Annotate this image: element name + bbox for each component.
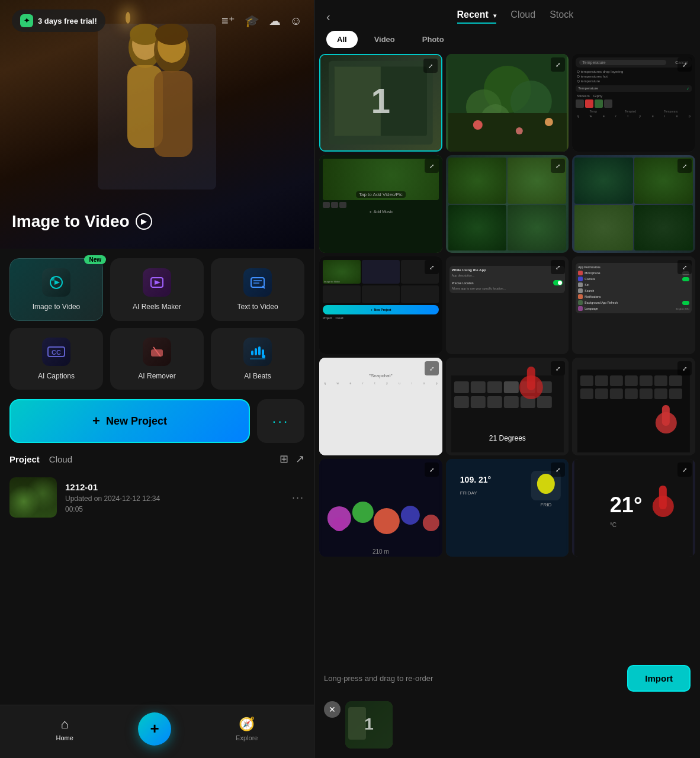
svg-point-37 — [515, 127, 522, 134]
svg-text:°C: °C — [610, 522, 616, 528]
trial-badge[interactable]: ✦ 3 days free trial! — [12, 9, 105, 32]
media-cell-13[interactable]: 210 m ⤢ — [319, 459, 442, 557]
nav-home[interactable]: ⌂ Home — [56, 717, 73, 741]
project-name: 1212-01 — [65, 482, 284, 492]
expand-icon-2: ⤢ — [551, 57, 565, 72]
svg-point-36 — [473, 120, 482, 130]
hat-icon[interactable]: 🎓 — [245, 14, 259, 28]
media-cell-11[interactable]: 21 Degrees ⤢ — [446, 358, 569, 455]
svg-text:FRID: FRID — [540, 502, 551, 508]
home-icon: ⌂ — [61, 717, 69, 732]
svg-rect-64 — [595, 388, 608, 399]
back-button[interactable]: ‹ — [326, 10, 330, 24]
hero-banner: ✦ 3 days free trial! ≡⁺ 🎓 ☁ ☺ Image to V… — [0, 0, 314, 249]
media-cell-2[interactable]: ⤢ — [446, 54, 569, 152]
tab-stock[interactable]: Stock — [550, 9, 573, 24]
bottom-bar: Long-press and drag to re-order Import — [314, 658, 700, 701]
right-nav-tabs: Recent ▾ Cloud Stock — [342, 9, 688, 24]
media-row-5: 210 m ⤢ 109. 21° FRIDAY FRID — [319, 459, 695, 557]
svg-rect-51 — [537, 396, 551, 408]
grid-view-icon[interactable]: ⊞ — [280, 452, 288, 465]
media-cell-14[interactable]: 109. 21° FRIDAY FRID ⤢ — [446, 459, 569, 557]
media-cell-8[interactable]: While Using the App App description... P… — [446, 256, 569, 354]
svg-rect-69 — [669, 388, 682, 399]
svg-text:FRIDAY: FRIDAY — [460, 490, 477, 496]
trial-icon: ✦ — [20, 14, 33, 27]
tool-label-text-to-video: Text to Video — [237, 303, 278, 311]
tool-image-to-video[interactable]: New Image to Video — [9, 258, 103, 321]
tool-label-ai-reels: AI Reels Maker — [133, 303, 181, 311]
expand-icon-8: ⤢ — [551, 260, 565, 274]
svg-text:CC: CC — [52, 349, 61, 356]
media-cell-5[interactable]: ⤢ — [446, 155, 569, 253]
svg-point-77 — [401, 506, 420, 525]
svg-rect-59 — [625, 375, 638, 386]
svg-rect-6 — [154, 71, 192, 157]
media-cell-15[interactable]: 21° °C ⤢ — [572, 459, 695, 557]
media-cell-3[interactable]: Temperature Cancel Q temperatures drop l… — [572, 54, 695, 152]
project-item[interactable]: 1212-01 Updated on 2024-12-12 12:34 00:0… — [9, 473, 304, 522]
tool-text-to-video[interactable]: Text to Video — [211, 258, 304, 321]
expand-icon-15: ⤢ — [677, 462, 692, 477]
nav-create-button[interactable]: + — [138, 712, 171, 746]
svg-rect-41 — [470, 381, 485, 393]
project-header: Project Cloud ⊞ ↗ — [9, 452, 304, 465]
project-more-button[interactable]: ··· — [292, 492, 304, 504]
tab-cloud[interactable]: Cloud — [49, 454, 72, 464]
hero-icons: ≡⁺ 🎓 ☁ ☺ — [221, 14, 302, 28]
expand-icon-10: ⤢ — [425, 361, 439, 375]
left-panel: ✦ 3 days free trial! ≡⁺ 🎓 ☁ ☺ Image to V… — [0, 0, 314, 758]
svg-rect-49 — [503, 396, 518, 408]
svg-rect-67 — [640, 388, 653, 399]
media-cell-9[interactable]: App Permissions Microphone Camera — [572, 256, 695, 354]
tool-ai-remover[interactable]: AI Remover — [110, 328, 204, 390]
svg-rect-90 — [659, 486, 667, 509]
media-cell-4[interactable]: Tap to Add Video/Pic ＋ Add Music ⤢ — [319, 155, 442, 253]
tool-ai-beats[interactable]: AI Beats — [211, 328, 304, 390]
more-button[interactable]: ··· — [257, 399, 304, 443]
filter-video[interactable]: Video — [364, 31, 406, 48]
filter-all[interactable]: All — [326, 31, 358, 48]
svg-point-74 — [332, 517, 346, 531]
media-cell-7[interactable]: Image to Video ＋ New Project — [319, 256, 442, 354]
project-info: 1212-01 Updated on 2024-12-12 12:34 00:0… — [65, 482, 284, 513]
tab-cloud[interactable]: Cloud — [510, 9, 535, 24]
svg-rect-40 — [454, 381, 468, 393]
tool-ai-reels[interactable]: AI Reels Maker — [110, 258, 204, 321]
svg-rect-42 — [487, 381, 502, 393]
expand-icon-11: ⤢ — [551, 361, 565, 375]
svg-rect-71 — [662, 405, 670, 426]
share-icon[interactable]: ↗ — [296, 452, 304, 465]
strip-thumbnail-1[interactable]: 1 — [345, 701, 393, 749]
nav-home-label: Home — [56, 734, 73, 741]
media-cell-12[interactable]: ⤢ — [572, 358, 695, 455]
expand-icon-13: ⤢ — [425, 462, 439, 477]
tool-ai-captions[interactable]: CC AI Captions — [9, 328, 103, 390]
tab-project[interactable]: Project — [9, 454, 40, 464]
new-project-button[interactable]: + New Project — [9, 399, 250, 443]
strip-close-button[interactable]: ✕ — [324, 701, 341, 718]
import-button[interactable]: Import — [627, 665, 691, 692]
smiley-icon[interactable]: ☺ — [290, 14, 302, 28]
nav-explore[interactable]: 🧭 Explore — [236, 717, 258, 741]
media-cell-1[interactable]: 1 ⤢ — [319, 54, 442, 152]
tool-icon-ai-remover — [143, 338, 171, 366]
hero-title: Image to Video ▶ — [12, 212, 152, 231]
media-row-3: Image to Video ＋ New Project — [319, 256, 695, 354]
filter-row: All Video Photo — [326, 31, 688, 48]
media-cell-10[interactable]: "Snapchat" qwertyuiop ⤢ — [319, 358, 442, 455]
media-cell-6[interactable]: ⤢ — [572, 155, 695, 253]
play-button[interactable]: ▶ — [136, 213, 152, 230]
tab-recent[interactable]: Recent ▾ — [457, 9, 497, 24]
svg-text:21°: 21° — [610, 493, 642, 517]
filter-photo[interactable]: Photo — [412, 31, 455, 48]
menu-icon[interactable]: ≡⁺ — [221, 14, 235, 28]
svg-text:1: 1 — [364, 715, 374, 733]
project-thumbnail — [9, 477, 57, 518]
svg-point-84 — [537, 474, 554, 494]
svg-point-11 — [51, 277, 54, 281]
bottom-nav: ⌂ Home + 🧭 Explore — [0, 705, 314, 758]
svg-rect-22 — [255, 348, 257, 355]
cloud-icon[interactable]: ☁ — [269, 14, 281, 28]
svg-rect-56 — [580, 375, 593, 386]
